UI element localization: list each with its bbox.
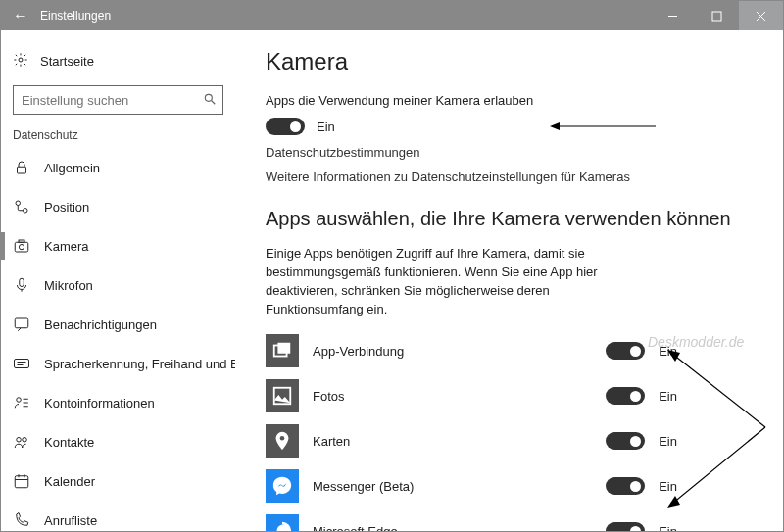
svg-line-38 [672,427,765,504]
svg-rect-1 [712,12,721,21]
sidebar-item-label: Kalender [44,474,95,489]
svg-point-9 [24,209,28,214]
app-name: Microsoft Edge [313,524,592,531]
sidebar-item-label: Allgemein [44,161,100,175]
maps-app-icon [266,424,299,458]
app-toggle[interactable] [606,477,645,495]
app-name: Karten [313,434,592,449]
sidebar-item-chat[interactable]: Benachrichtigungen [1,305,235,344]
svg-rect-15 [15,360,29,368]
choose-heading: Apps auswählen, die Ihre Kamera verwende… [266,206,754,231]
content: Kamera Apps die Verwendung meiner Kamera… [236,30,783,531]
account-icon [13,394,30,411]
app-name: Fotos [313,389,592,404]
svg-rect-12 [19,240,24,242]
titlebar: ← Einstellungen [1,1,783,30]
camera-info-link[interactable]: Weitere Informationen zu Datenschutzeins… [266,169,754,184]
allow-camera-state: Ein [317,120,335,134]
svg-point-11 [19,245,24,250]
search-input[interactable] [20,92,203,109]
annotation-arrow-icon [667,329,775,525]
lock-icon [13,159,30,176]
chat-icon [13,315,30,333]
app-row: KartenEin [266,424,677,458]
app-toggle-state: Ein [659,434,677,449]
allow-camera-toggle[interactable] [266,118,305,135]
sidebar-item-speech[interactable]: Spracherkennung, Freihand und Eingabe [1,344,235,383]
messenger-app-icon [266,469,299,503]
minimize-button[interactable] [651,1,695,30]
sidebar-item-pin[interactable]: Position [1,187,235,226]
svg-point-18 [17,398,22,403]
sidebar-item-label: Spracherkennung, Freihand und Eingabe [44,357,235,371]
home-link[interactable]: Startseite [1,44,235,77]
sidebar: Startseite Datenschutz AllgemeinPosition… [1,30,236,531]
app-toggle[interactable] [606,342,645,360]
page-heading: Kamera [266,48,754,75]
sidebar-item-label: Benachrichtigungen [44,317,157,332]
svg-point-22 [17,438,22,443]
privacy-link[interactable]: Datenschutzbestimmungen [266,145,754,160]
sidebar-item-label: Mikrofon [44,278,93,293]
app-toggle-state: Ein [659,524,677,531]
search-icon [203,92,217,109]
app-toggle[interactable] [606,522,645,531]
svg-point-8 [16,201,21,206]
sidebar-item-lock[interactable]: Allgemein [1,148,235,187]
allow-label: Apps die Verwendung meiner Kamera erlaub… [266,93,754,108]
photos-app-icon [266,379,299,412]
app-toggle-state: Ein [659,344,677,359]
sidebar-item-calendar[interactable]: Kalender [1,461,235,501]
sidebar-item-label: Kamera [44,239,89,254]
app-toggle-state: Ein [659,389,677,404]
app-row: App-VerbindungEin [266,334,677,367]
svg-rect-10 [15,242,28,252]
svg-rect-24 [15,476,28,488]
sidebar-section: Datenschutz [1,124,235,148]
app-row: FotosEin [266,379,677,412]
search-box[interactable] [13,85,223,115]
app-toggle-state: Ein [659,479,677,494]
sidebar-item-label: Kontoinformationen [44,396,155,411]
app-toggle[interactable] [606,387,645,405]
close-button[interactable] [739,1,783,30]
sidebar-item-label: Anrufliste [44,513,97,528]
sidebar-item-label: Kontakte [44,435,94,450]
svg-point-35 [280,436,285,441]
sidebar-item-people[interactable]: Kontakte [1,422,235,461]
gear-icon [13,52,28,71]
svg-point-4 [19,58,23,62]
svg-line-36 [672,354,765,427]
svg-point-5 [205,94,212,101]
choose-description: Einige Apps benötigen Zugriff auf Ihre K… [266,245,618,318]
sidebar-item-account[interactable]: Kontoinformationen [1,383,235,422]
svg-rect-33 [277,343,290,354]
sidebar-item-label: Position [44,200,89,215]
edge-app-icon [266,514,299,531]
svg-line-6 [212,100,216,104]
sidebar-item-phone[interactable]: Anrufliste [1,501,235,531]
app-name: Messenger (Beta) [313,479,592,494]
speech-icon [13,355,30,372]
home-label: Startseite [40,54,94,69]
svg-point-23 [23,438,27,443]
pin-icon [13,198,30,216]
people-icon [13,433,30,451]
app-toggle[interactable] [606,432,645,450]
svg-rect-13 [20,278,24,286]
back-button[interactable]: ← [1,7,40,24]
camera-icon [13,237,30,255]
phone-icon [13,511,30,529]
app-row: Messenger (Beta)Ein [266,469,677,503]
maximize-button[interactable] [695,1,739,30]
sidebar-item-mic[interactable]: Mikrofon [1,266,235,305]
sidebar-item-camera[interactable]: Kamera [1,226,235,266]
calendar-icon [13,472,30,490]
svg-rect-14 [15,318,28,328]
window-title: Einstellungen [40,9,651,23]
app-row: Microsoft EdgeEin [266,514,677,531]
mic-icon [13,276,30,294]
svg-rect-7 [18,167,26,173]
appconnect-app-icon [266,334,299,367]
app-name: App-Verbindung [313,344,592,359]
